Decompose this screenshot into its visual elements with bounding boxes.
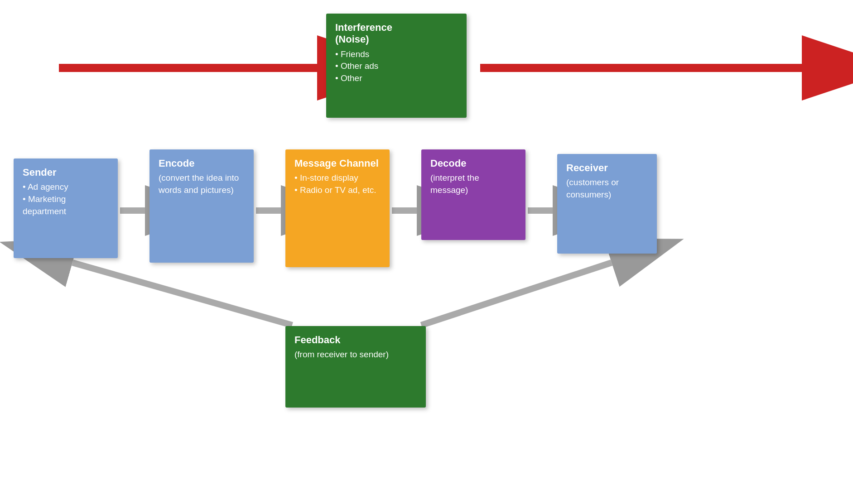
decode-subtitle: (interpret the message) — [430, 172, 516, 196]
diagram-container: Interference (Noise) Friends Other ads O… — [0, 0, 853, 504]
sender-box: Sender Ad agency Marketing department — [14, 158, 118, 258]
receiver-title: Receiver — [566, 162, 648, 174]
noise-box: Interference (Noise) Friends Other ads O… — [326, 14, 467, 118]
noise-item-3: Other — [335, 72, 458, 85]
decode-title: Decode — [430, 158, 516, 169]
arrow-feedback-sender — [72, 263, 292, 325]
feedback-title: Feedback — [294, 334, 417, 346]
noise-list: Friends Other ads Other — [335, 48, 458, 85]
sender-list: Ad agency Marketing department — [23, 181, 109, 217]
feedback-box: Feedback (from receiver to sender) — [285, 326, 426, 408]
feedback-subtitle: (from receiver to sender) — [294, 349, 417, 361]
channel-body: In-store display Radio or TV ad, etc. — [294, 172, 381, 196]
encode-title: Encode — [159, 158, 245, 169]
receiver-box: Receiver (customers or consumers) — [557, 154, 657, 254]
noise-body: Friends Other ads Other — [335, 48, 458, 85]
channel-item-1: In-store display — [294, 172, 381, 184]
sender-title: Sender — [23, 167, 109, 178]
noise-item-2: Other ads — [335, 60, 458, 72]
sender-item-2: Marketing department — [23, 193, 109, 217]
receiver-subtitle: (customers or consumers) — [566, 177, 648, 201]
channel-list: In-store display Radio or TV ad, etc. — [294, 172, 381, 196]
encode-box: Encode (convert the idea into words and … — [149, 149, 254, 263]
decode-box: Decode (interpret the message) — [421, 149, 525, 240]
channel-title: Message Channel — [294, 158, 381, 169]
noise-title: Interference (Noise) — [335, 22, 458, 46]
channel-box: Message Channel In-store display Radio o… — [285, 149, 390, 267]
channel-item-2: Radio or TV ad, etc. — [294, 184, 381, 197]
sender-body: Ad agency Marketing department — [23, 181, 109, 217]
noise-item-1: Friends — [335, 48, 458, 61]
arrow-feedback-receiver — [421, 263, 612, 325]
encode-subtitle: (convert the idea into words and picture… — [159, 172, 245, 196]
sender-item-1: Ad agency — [23, 181, 109, 193]
